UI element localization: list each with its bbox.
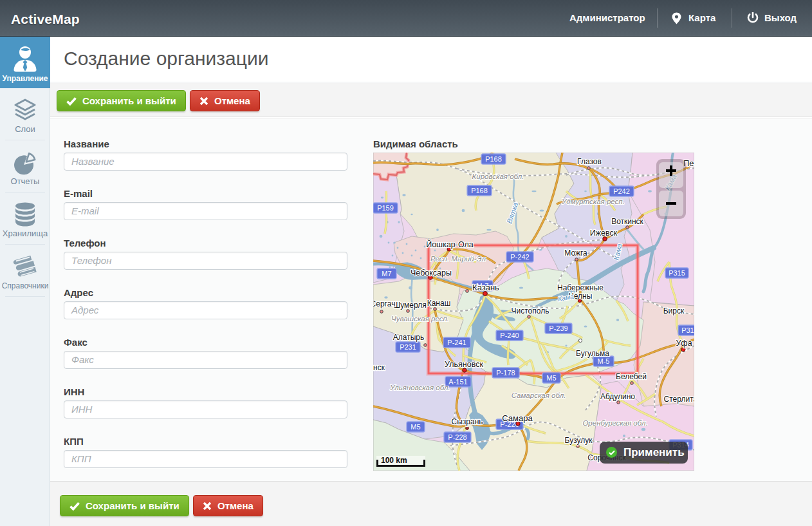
svg-text:А-151: А-151 [448, 378, 467, 386]
svg-text:Шумерля: Шумерля [393, 301, 427, 310]
svg-text:М7: М7 [382, 270, 391, 277]
svg-text:Р-239: Р-239 [549, 324, 567, 332]
svg-text:Р231: Р231 [400, 343, 416, 351]
svg-text:Алатырь: Алатырь [393, 333, 424, 342]
svg-text:Ульяновск: Ульяновск [445, 360, 483, 369]
svg-text:Р-240: Р-240 [500, 332, 519, 339]
svg-text:Оренбургская обл.: Оренбургская обл. [582, 419, 647, 427]
svg-text:Бузулук: Бузулук [565, 436, 593, 445]
svg-text:Бугульма: Бугульма [576, 349, 609, 358]
svg-text:Белебей: Белебей [616, 372, 647, 381]
svg-text:Бирск: Бирск [663, 306, 685, 315]
svg-text:Ульяновская обл.: Ульяновская обл. [389, 384, 450, 391]
svg-text:Р168: Р168 [485, 155, 502, 163]
svg-text:Чистополь: Чистополь [512, 306, 549, 315]
svg-text:Уфа: Уфа [676, 339, 692, 348]
svg-text:М5: М5 [546, 374, 556, 382]
svg-text:Самара: Самара [502, 413, 533, 423]
svg-text:М-5: М-5 [598, 357, 610, 365]
svg-text:Глазов: Глазов [577, 157, 602, 166]
svg-text:Р159: Р159 [377, 204, 394, 212]
svg-text:Р315: Р315 [669, 269, 685, 277]
svg-text:Воткинск: Воткинск [611, 217, 643, 226]
svg-text:М5: М5 [411, 423, 420, 431]
svg-text:Р-178: Р-178 [496, 369, 515, 377]
svg-text:Канаш: Канаш [427, 299, 451, 308]
svg-text:Респ. Марий-Эл: Респ. Марий-Эл [430, 255, 486, 263]
svg-text:Р168: Р168 [471, 187, 488, 194]
svg-text:Самарская обл.: Самарская обл. [512, 391, 566, 399]
svg-text:Ижевск: Ижевск [590, 229, 618, 238]
svg-text:Р-228: Р-228 [448, 433, 466, 441]
svg-text:Йошкар-Ола: Йошкар-Ола [426, 240, 474, 249]
svg-text:Удмуртская респ.: Удмуртская респ. [561, 198, 625, 205]
svg-text:Стерлитамак: Стерлитамак [664, 395, 694, 404]
svg-text:Казань: Казань [472, 283, 499, 292]
svg-text:Чувашская респ.: Чувашская респ. [391, 315, 449, 323]
svg-text:Р-242: Р-242 [510, 253, 529, 261]
svg-text:Чебоксары: Чебоксары [411, 268, 452, 277]
svg-text:Кировская обл.: Кировская обл. [472, 173, 524, 180]
svg-text:Сызрань: Сызрань [451, 417, 483, 426]
svg-text:Р-241: Р-241 [447, 339, 466, 346]
svg-text:Абдулино: Абдулино [600, 392, 635, 401]
svg-text:Набережные: Набережные [557, 283, 604, 292]
svg-text:Р242: Р242 [613, 187, 630, 195]
svg-text:нск: нск [373, 363, 385, 372]
svg-text:Можга: Можга [564, 249, 587, 258]
svg-text:Р315: Р315 [681, 326, 694, 334]
svg-text:Сергач: Сергач [373, 299, 395, 308]
